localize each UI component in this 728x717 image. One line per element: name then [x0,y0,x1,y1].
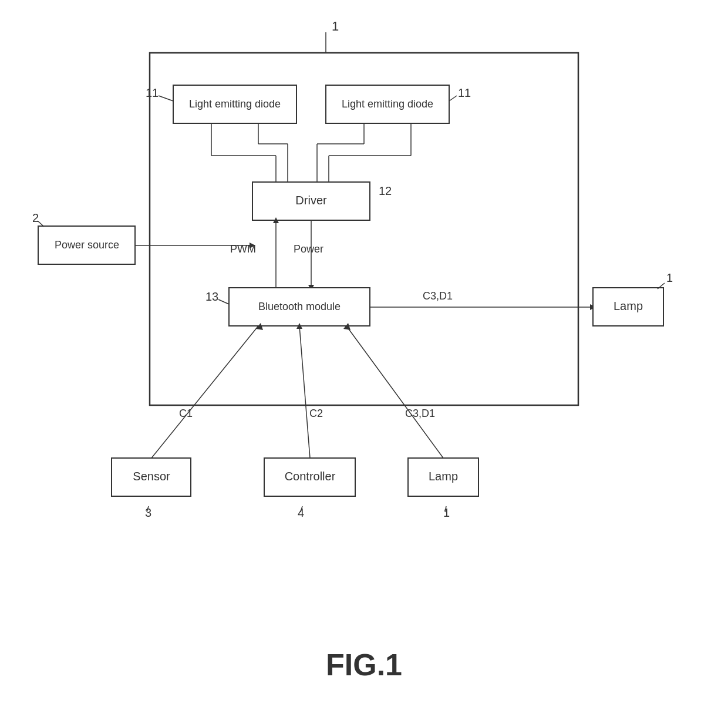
lamp-right-label: Lamp [614,299,643,312]
lamp-bottom-label: Lamp [429,470,458,483]
main-ref-label: 1 [332,19,339,33]
sensor-label: Sensor [133,470,170,483]
c3d1-bottom-label: C3,D1 [405,408,435,419]
c2-label: C2 [309,408,323,419]
led1-label: Light emitting diode [189,98,281,110]
c1-label: C1 [179,408,193,419]
power-ref: 2 [32,211,39,224]
lamp-bottom-ref: 1 [443,506,450,519]
controller-label: Controller [285,470,336,483]
pwm-label: PWM [230,243,256,255]
led2-label: Light emitting diode [342,98,433,110]
c3d1-right-label: C3,D1 [423,290,453,302]
power-label: Power [294,243,323,255]
bluetooth-ref: 13 [205,290,218,303]
bluetooth-label: Bluetooth module [258,301,341,312]
driver-ref: 12 [379,184,392,197]
led1-ref: 11 [146,86,159,99]
power-source-label: Power source [55,239,119,251]
fig-label: FIG.1 [326,648,402,682]
diagram-container: 1 Light emitting diode 11 Light emitting… [0,0,728,717]
lamp-right-ref: 1 [666,271,673,284]
driver-label: Driver [295,194,327,207]
led2-ref: 11 [458,86,471,99]
controller-ref: 4 [298,506,304,519]
